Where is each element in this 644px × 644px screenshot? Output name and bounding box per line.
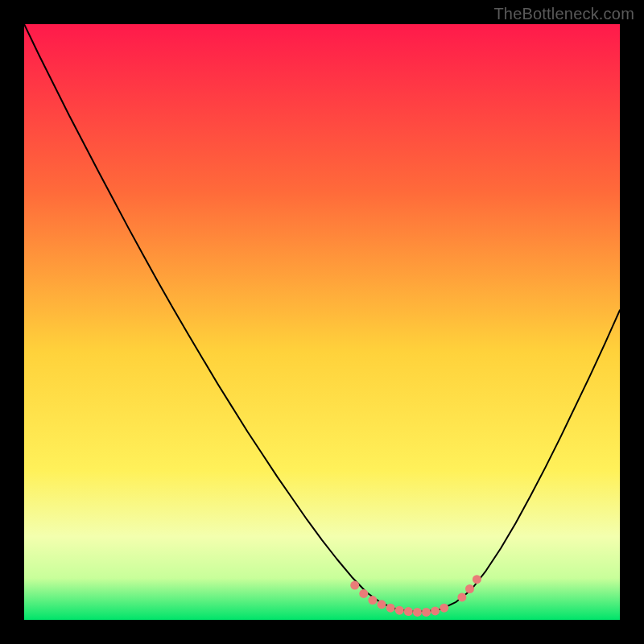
gradient-background xyxy=(24,24,620,620)
accent-dots-left-dot xyxy=(440,604,448,613)
svg-rect-0 xyxy=(24,24,620,620)
accent-dots-left-dot xyxy=(404,607,413,616)
accent-dots-left-dot xyxy=(422,608,431,617)
chart-frame: TheBottleneck.com xyxy=(0,0,644,644)
accent-dots-left-dot xyxy=(413,608,422,617)
accent-dots-left-dot xyxy=(359,589,368,598)
accent-dots-left-dot xyxy=(350,581,359,590)
accent-dots-left-dot xyxy=(386,604,395,613)
accent-dots-left-dot xyxy=(395,606,404,615)
accent-dots-left-dot xyxy=(378,600,386,609)
accent-dots-right-dot xyxy=(473,575,481,584)
accent-dots-left-dot xyxy=(431,606,440,615)
accent-dots-right-dot xyxy=(465,584,474,593)
accent-dots-left-dot xyxy=(368,596,377,605)
plot-area xyxy=(24,24,620,620)
accent-dots-right-dot xyxy=(457,592,466,601)
watermark-text: TheBottleneck.com xyxy=(493,5,634,23)
